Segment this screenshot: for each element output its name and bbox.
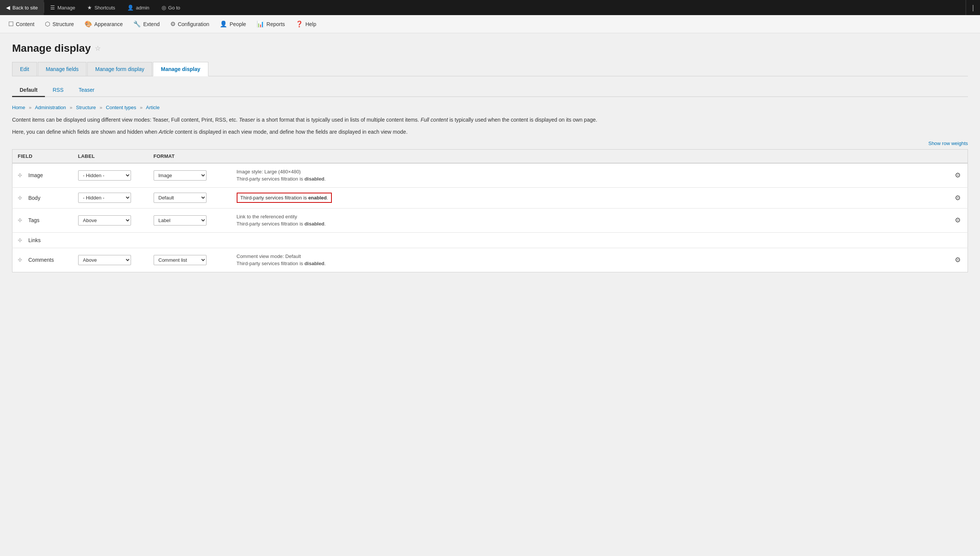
label-select-image[interactable]: - Hidden -AboveInlineVisually Hidden [78, 170, 131, 181]
goto-label: Go to [168, 5, 181, 11]
tab-manage-form-display[interactable]: Manage form display [87, 62, 152, 76]
nav-people[interactable]: 👤 People [214, 15, 251, 33]
structure-icon: ⬡ [45, 20, 50, 27]
admin-bar-right: | [965, 0, 980, 15]
th-format: FORMAT [148, 149, 231, 163]
subtab-default[interactable]: Default [12, 84, 45, 97]
nav-people-label: People [229, 21, 246, 27]
summary-image: Image style: Large (480×480)Third-party … [237, 168, 943, 183]
nav-appearance[interactable]: 🎨 Appearance [79, 15, 128, 33]
label-select-body[interactable]: - Hidden -AboveInlineVisually Hidden [78, 192, 131, 203]
description-1: Content items can be displayed using dif… [12, 116, 968, 124]
admin-bar: ◀ Back to site ☰ Manage ★ Shortcuts 👤 ad… [0, 0, 980, 15]
nav-structure[interactable]: ⬡ Structure [40, 15, 79, 33]
tab-manage-display[interactable]: Manage display [153, 62, 208, 76]
nav-content[interactable]: ☐ Content [3, 15, 40, 33]
th-actions [948, 149, 968, 163]
shortcuts-link[interactable]: ★ Shortcuts [81, 0, 121, 15]
nav-configuration-label: Configuration [178, 21, 209, 27]
breadcrumb-content-types[interactable]: Content types [106, 105, 136, 110]
show-row-weights-container: Show row weights [12, 140, 968, 146]
manage-link[interactable]: ☰ Manage [44, 0, 81, 15]
tab-manage-fields[interactable]: Manage fields [38, 62, 87, 76]
table-header-row: FIELD LABEL FORMAT [13, 149, 968, 163]
breadcrumb-structure[interactable]: Structure [76, 105, 96, 110]
subtab-teaser[interactable]: Teaser [71, 84, 102, 97]
subtab-rss[interactable]: RSS [45, 84, 71, 97]
drag-handle[interactable]: ✢ [18, 172, 25, 178]
table-row: ✢TagsAbove- Hidden -InlineVisually Hidde… [13, 208, 968, 232]
label-select-comments[interactable]: Above- Hidden -InlineVisually Hidden [78, 255, 131, 265]
drag-handle[interactable]: ✢ [18, 195, 25, 201]
nav-help[interactable]: ❓ Help [290, 15, 322, 33]
field-name-links: Links [28, 237, 41, 243]
user-icon: 👤 [127, 5, 134, 11]
nav-extend-label: Extend [143, 21, 160, 27]
nav-configuration[interactable]: ⚙ Configuration [165, 15, 214, 33]
nav-help-label: Help [305, 21, 316, 27]
nav-content-label: Content [16, 21, 34, 27]
format-select-tags[interactable]: LabelHidden [154, 215, 206, 226]
fields-table: FIELD LABEL FORMAT ✢Image- Hidden -Above… [12, 149, 968, 272]
reports-icon: 📊 [257, 20, 264, 27]
nav-appearance-label: Appearance [94, 21, 123, 27]
back-to-site-link[interactable]: ◀ Back to site [0, 0, 44, 15]
drag-handle[interactable]: ✢ [18, 237, 25, 243]
gear-button-tags[interactable]: ⚙ [953, 215, 962, 226]
format-select-comments[interactable]: Comment listHidden [154, 255, 206, 265]
manage-icon: ☰ [50, 5, 55, 11]
breadcrumb-home[interactable]: Home [12, 105, 25, 110]
nav-extend[interactable]: 🔧 Extend [128, 15, 165, 33]
back-arrow-icon: ◀ [6, 5, 10, 11]
settings-bar-btn[interactable]: | [966, 0, 980, 15]
breadcrumb-administration[interactable]: Administration [35, 105, 66, 110]
breadcrumb: Home » Administration » Structure » Cont… [12, 105, 968, 110]
nav-reports-label: Reports [266, 21, 285, 27]
field-name-comments: Comments [28, 257, 54, 263]
table-row: ✢CommentsAbove- Hidden -InlineVisually H… [13, 248, 968, 272]
format-select-body[interactable]: DefaultPlain textHidden [154, 192, 206, 203]
content-icon: ☐ [8, 20, 14, 27]
summary-comments: Comment view mode: DefaultThird-party se… [237, 253, 943, 267]
people-icon: 👤 [220, 20, 227, 27]
goto-icon: ◎ [161, 5, 166, 11]
drag-handle[interactable]: ✢ [18, 217, 25, 223]
th-summary [231, 149, 948, 163]
shortcuts-label: Shortcuts [94, 5, 115, 11]
tab-row: Edit Manage fields Manage form display M… [12, 62, 968, 76]
sub-tab-row: Default RSS Teaser [12, 84, 968, 97]
summary-tags: Link to the referenced entityThird-party… [237, 213, 943, 228]
field-name-tags: Tags [28, 217, 40, 223]
description-2: Here, you can define which fields are sh… [12, 128, 968, 136]
field-name-image: Image [28, 172, 43, 178]
table-row: ✢Body- Hidden -AboveInlineVisually Hidde… [13, 187, 968, 208]
star-icon: ★ [87, 5, 92, 11]
appearance-icon: 🎨 [85, 20, 92, 27]
summary-highlight-body: Third-party services filtration is enabl… [237, 192, 332, 203]
admin-link[interactable]: 👤 admin [121, 0, 155, 15]
main-content: Manage display ☆ Edit Manage fields Mana… [0, 33, 980, 556]
config-icon: ⚙ [170, 20, 176, 27]
secondary-nav: ☐ Content ⬡ Structure 🎨 Appearance 🔧 Ext… [0, 15, 980, 33]
gear-button-body[interactable]: ⚙ [953, 192, 962, 204]
gear-button-image[interactable]: ⚙ [953, 170, 962, 181]
help-icon: ❓ [296, 20, 303, 27]
show-row-weights-link[interactable]: Show row weights [928, 141, 968, 146]
gear-button-comments[interactable]: ⚙ [953, 254, 962, 265]
extend-icon: 🔧 [133, 20, 141, 27]
tab-edit[interactable]: Edit [12, 62, 37, 76]
th-label: LABEL [73, 149, 148, 163]
bookmark-icon[interactable]: ☆ [95, 44, 101, 52]
page-title-row: Manage display ☆ [12, 42, 968, 54]
nav-reports[interactable]: 📊 Reports [251, 15, 290, 33]
breadcrumb-article[interactable]: Article [146, 105, 160, 110]
goto-link[interactable]: ◎ Go to [156, 0, 187, 15]
th-field: FIELD [13, 149, 73, 163]
format-select-image[interactable]: ImageURL to imageHidden [154, 170, 206, 181]
admin-label: admin [136, 5, 149, 11]
table-row: ✢Links [13, 232, 968, 248]
manage-label: Manage [57, 5, 75, 11]
drag-handle[interactable]: ✢ [18, 257, 25, 263]
page-title: Manage display [12, 42, 91, 54]
label-select-tags[interactable]: Above- Hidden -InlineVisually Hidden [78, 215, 131, 226]
